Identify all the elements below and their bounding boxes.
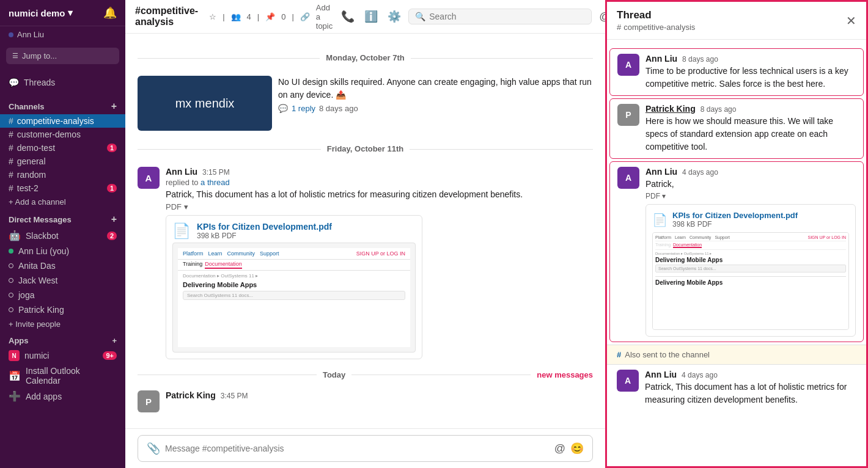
thread-header: Thread # competitive-analysis ✕	[607, 2, 866, 40]
slackbot-icon: 🤖	[9, 230, 21, 241]
test2-badge: 1	[107, 184, 117, 192]
hash-icon: #	[9, 116, 13, 126]
channel-sep3: |	[292, 12, 293, 21]
add-channel-icon[interactable]: +	[111, 101, 117, 112]
threads-icon: 💬	[9, 78, 19, 87]
dm-item-joga[interactable]: joga	[0, 288, 125, 302]
channel-name: general	[17, 156, 46, 166]
pdf-name[interactable]: KPIs for Citizen Development.pdf	[197, 222, 332, 232]
dm-name: Anita Das	[18, 261, 56, 271]
hash-icon: #	[9, 130, 13, 139]
member-icon: 👥	[231, 12, 241, 21]
thread-panel: Thread # competitive-analysis ✕ A Ann Li…	[605, 0, 868, 468]
sidebar: numici demo ▾ 🔔 Ann Liu ☰ Jump to... 💬 T…	[0, 0, 125, 468]
thread-preview-breadcrumb: Documentation ▸ OutSystems 11 ▸	[655, 251, 846, 255]
attachment-icon[interactable]: 📎	[147, 442, 160, 455]
app-item-outlook[interactable]: 📅 Install Outlook Calendar	[0, 364, 125, 388]
thread-msg-content-3: Ann Liu 4 days ago Patrick, PDF ▾ 📄 KPIs…	[645, 167, 856, 337]
add-dm-icon[interactable]: +	[111, 214, 117, 225]
mendix-preview-image: mx mendix	[138, 76, 272, 131]
message-input-area: 📎 @ 😊	[125, 428, 605, 468]
add-apps-icon: ➕	[9, 390, 21, 402]
mention-icon[interactable]: @	[554, 442, 565, 455]
bell-icon[interactable]: 🔔	[103, 6, 117, 20]
message-input[interactable]	[165, 444, 550, 453]
offline-dot	[9, 293, 13, 298]
threads-label: Threads	[24, 78, 55, 87]
channel-item-random[interactable]: # random	[0, 168, 125, 181]
phone-icon[interactable]: 📞	[339, 7, 357, 26]
dm-item-patrick-king[interactable]: Patrick King	[0, 302, 125, 317]
workspace-name[interactable]: numici demo ▾	[9, 7, 73, 18]
messages-area: Monday, October 7th mx mendix No UI desi…	[125, 34, 605, 428]
thread-msg-content-2: Patrick King 8 days ago 🙂 ★ ⋯ Here is ho…	[645, 104, 856, 153]
dm-label: Direct Messages	[9, 215, 72, 224]
search-input[interactable]	[429, 12, 585, 21]
invite-people-button[interactable]: + Invite people	[0, 317, 125, 331]
app-name: Install Outlook Calendar	[26, 366, 117, 386]
thread-time-3: 4 days ago	[682, 168, 718, 177]
dm-item-slackbot[interactable]: 🤖 Slackbot 2	[0, 227, 125, 244]
channel-name: random	[17, 170, 46, 180]
info-icon[interactable]: ℹ️	[362, 7, 380, 26]
settings-icon[interactable]: ⚙️	[385, 7, 403, 26]
sidebar-item-threads[interactable]: 💬 Threads	[0, 75, 125, 90]
thread-pdf-preview-inner: Platform Learn Community Support SIGN UP…	[653, 233, 848, 329]
dm-item-ann-liu[interactable]: Ann Liu (you)	[0, 244, 125, 258]
channel-item-test-2[interactable]: # test-2 1	[0, 181, 125, 195]
channel-item-customer-demos[interactable]: # customer-demos	[0, 128, 125, 141]
add-channel-button[interactable]: + Add a channel	[0, 195, 125, 209]
channel-item-demo-test[interactable]: # demo-test 1	[0, 141, 125, 155]
dm-item-jack-west[interactable]: Jack West	[0, 273, 125, 288]
channel-item-competitive-analysis[interactable]: # competitive-analysis	[0, 114, 125, 128]
thread-pdf-size: 398 kB PDF	[672, 220, 798, 229]
add-app-icon[interactable]: +	[112, 336, 117, 345]
star-icon[interactable]: ☆	[209, 12, 216, 21]
thread-pdf-icon: 📄	[652, 213, 668, 227]
ann-author: Ann Liu	[166, 167, 197, 177]
ann-message-header: Ann Liu 3:15 PM	[166, 167, 593, 177]
also-sent-banner: # Also sent to the channel	[607, 345, 866, 365]
app-item-numici[interactable]: N numici 9+	[0, 348, 125, 364]
thread-close-button[interactable]: ✕	[846, 13, 856, 28]
hash-icon: #	[9, 143, 13, 153]
jump-to-label: Jump to...	[22, 51, 57, 60]
thread-text-2: Here is how we should measure this. We w…	[645, 115, 856, 153]
main-area: #competitive-analysis ☆ | 👥 4 | 📌 0 | 🔗 …	[125, 0, 605, 468]
patrick-time: 3:45 PM	[221, 392, 248, 400]
emoji-icon[interactable]: 😊	[570, 442, 584, 455]
thread-icon: 💬	[278, 104, 288, 113]
channels-header: Channels +	[0, 96, 125, 114]
channel-name: demo-test	[17, 143, 55, 153]
pdf-preview-inner: Platform Learn Community Support SIGN UP…	[178, 248, 410, 347]
thread-msg-header-bottom: Ann Liu 4 days ago	[645, 370, 856, 379]
workspace-name-text: numici demo	[9, 8, 65, 18]
thread-pdf-preview: Platform Learn Community Support SIGN UP…	[652, 232, 849, 330]
thread-author-ann3: Ann Liu	[645, 167, 677, 177]
reply-count[interactable]: 💬 1 reply 8 days ago	[278, 104, 593, 113]
replied-to: replied to a thread	[166, 178, 593, 187]
thread-pdf-name[interactable]: KPIs for Citizen Development.pdf	[672, 211, 798, 220]
thread-channel-name: competitive-analysis	[623, 23, 695, 32]
channel-item-general[interactable]: # general	[0, 155, 125, 168]
pdf-attachment: 📄 KPIs for Citizen Development.pdf 398 k…	[166, 215, 422, 359]
new-messages-label: new messages	[537, 370, 593, 379]
user-status: Ann Liu	[0, 26, 125, 43]
thread-msg-header-2: Patrick King 8 days ago 🙂 ★ ⋯	[645, 104, 856, 114]
preview-nav: Platform Learn Community Support SIGN UP…	[178, 248, 410, 260]
search-box[interactable]: 🔍	[408, 9, 592, 24]
add-topic-label[interactable]: Add a topic	[316, 3, 333, 31]
jump-to-button[interactable]: ☰ Jump to...	[6, 48, 119, 64]
dm-header: Direct Messages +	[0, 209, 125, 227]
pin-count: 0	[281, 12, 285, 21]
thread-author-ann1: Ann Liu	[645, 54, 677, 64]
thread-text-3: Patrick,	[645, 178, 856, 191]
dm-item-anita-das[interactable]: Anita Das	[0, 258, 125, 273]
message-group-mendix: mx mendix No UI design skills required. …	[125, 72, 605, 134]
thread-author-patrick[interactable]: Patrick King	[645, 104, 696, 114]
mendix-message-text: No UI design skills required. Anyone can…	[278, 76, 593, 101]
search-icon: 🔍	[415, 12, 425, 21]
app-item-add-apps[interactable]: ➕ Add apps	[0, 388, 125, 404]
dm-name: Patrick King	[18, 305, 64, 315]
thread-link[interactable]: a thread	[200, 178, 230, 187]
